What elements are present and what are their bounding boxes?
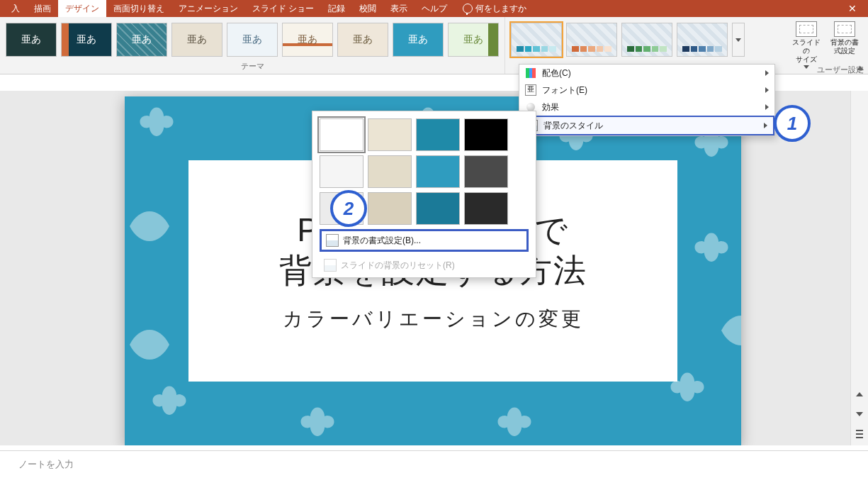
bg-swatch-1[interactable]: [368, 118, 412, 151]
tab-transitions[interactable]: 画面切り替え: [106, 0, 171, 17]
chevron-up-icon: [857, 66, 864, 70]
close-icon: ✕: [848, 3, 857, 14]
theme-thumb-2[interactable]: 亜あ: [116, 23, 167, 57]
menu-item-effects-label: 効果: [542, 101, 559, 113]
leaf-icon: [125, 320, 174, 348]
popout-reset-background-label: スライドの背景のリセット(R): [341, 260, 455, 272]
bg-swatch-2[interactable]: [416, 118, 460, 151]
variant-thumb-3[interactable]: [677, 23, 728, 57]
callout-1: 1: [774, 105, 811, 142]
petal-icon: [137, 104, 176, 143]
tab-review[interactable]: 校閲: [352, 0, 383, 17]
format-bg-icon: [326, 234, 339, 247]
menu-item-fonts[interactable]: 亜 フォント(E): [519, 82, 774, 99]
triangle-up-icon: [856, 392, 863, 396]
menu-item-fonts-label: フォント(E): [542, 84, 587, 96]
theme-thumb-4[interactable]: 亜あ: [227, 23, 278, 57]
tab-view[interactable]: 表示: [383, 0, 415, 17]
notes-placeholder: ノートを入力: [18, 458, 74, 471]
bulb-icon: [463, 4, 473, 13]
leaf-icon: [716, 306, 741, 334]
slide-size-label: スライドの サイズ: [790, 38, 823, 64]
theme-thumb-6[interactable]: 亜あ: [337, 23, 388, 57]
fonts-icon: 亜: [525, 84, 536, 96]
tab-insert-partial[interactable]: 入: [4, 0, 27, 17]
petal-icon: [692, 229, 731, 269]
tab-design[interactable]: デザイン: [58, 0, 106, 17]
tab-help[interactable]: ヘルプ: [415, 0, 454, 17]
ribbon-tabs: 入 描画 デザイン 画面切り替え アニメーション スライド ショー 記録 校閲 …: [0, 0, 868, 17]
group-themes: 亜あ亜あ亜あ亜あ亜あ亜あ亜あ亜あ亜あ テーマ: [0, 17, 505, 74]
bg-swatch-11[interactable]: [464, 192, 508, 225]
variant-thumb-0[interactable]: [511, 23, 562, 57]
menu-item-colors-label: 配色(C): [542, 67, 571, 79]
next-slide-button[interactable]: [852, 407, 867, 421]
theme-gallery[interactable]: 亜あ亜あ亜あ亜あ亜あ亜あ亜あ亜あ亜あ: [0, 17, 505, 57]
group-themes-label: テーマ: [0, 57, 505, 72]
colors-icon: [525, 67, 536, 79]
submenu-arrow-icon: [765, 87, 769, 93]
petal-icon: [495, 404, 534, 443]
tell-me-label: 何をしますか: [475, 3, 526, 15]
theme-thumb-0[interactable]: 亜あ: [6, 23, 57, 57]
tab-draw[interactable]: 描画: [27, 0, 58, 17]
popout-format-background-label: 背景の書式設定(B)...: [343, 235, 421, 247]
bg-swatch-4[interactable]: [320, 155, 363, 188]
submenu-arrow-icon: [765, 70, 769, 76]
bg-swatch-3[interactable]: [464, 118, 508, 151]
ribbon-collapse-button[interactable]: [852, 62, 868, 74]
leaf-icon: [125, 201, 174, 230]
tab-slideshow[interactable]: スライド ショー: [245, 0, 321, 17]
notes-pane[interactable]: ノートを入力: [0, 450, 868, 478]
variant-thumb-2[interactable]: [621, 23, 672, 57]
bg-swatch-6[interactable]: [416, 155, 460, 188]
variant-thumb-1[interactable]: [566, 23, 617, 57]
callout-2: 2: [330, 190, 367, 227]
prev-slide-button[interactable]: [852, 387, 867, 401]
menu-item-colors[interactable]: 配色(C): [519, 65, 774, 82]
submenu-arrow-icon: [764, 123, 767, 128]
theme-thumb-5[interactable]: 亜あ: [282, 23, 333, 57]
chevron-down-icon: [804, 65, 809, 69]
bg-swatch-0[interactable]: [320, 118, 363, 151]
slide-subtitle-text[interactable]: カラーバリエーションの変更: [283, 306, 584, 333]
chevron-down-icon: [735, 38, 741, 42]
bg-swatch-7[interactable]: [464, 155, 508, 188]
theme-thumb-3[interactable]: 亜あ: [171, 23, 222, 57]
variant-more-button[interactable]: [732, 23, 745, 57]
window-close-button[interactable]: ✕: [837, 0, 868, 17]
theme-thumb-1[interactable]: 亜あ: [61, 23, 112, 57]
slide-size-icon: [796, 21, 817, 37]
submenu-arrow-icon: [765, 104, 769, 110]
menu-item-background-styles[interactable]: 背景のスタイル: [519, 116, 774, 135]
petal-icon: [298, 404, 337, 443]
tell-me-search[interactable]: 何をしますか: [463, 3, 526, 15]
format-background-icon: [834, 21, 855, 37]
variant-dropdown-menu: 配色(C) 亜 フォント(E) 効果 背景のスタイル: [519, 64, 775, 136]
menu-item-effects[interactable]: 効果: [519, 99, 774, 116]
reset-bg-icon: [324, 259, 337, 272]
menu-item-background-styles-label: 背景のスタイル: [543, 120, 603, 132]
bg-swatch-9[interactable]: [368, 192, 412, 225]
slide-browse-button[interactable]: [852, 427, 867, 441]
triangle-down-icon: [856, 412, 863, 416]
tab-record[interactable]: 記録: [321, 0, 352, 17]
theme-thumb-7[interactable]: 亜あ: [393, 23, 444, 57]
format-background-label: 背景の書 式設定: [830, 38, 859, 55]
bg-swatch-5[interactable]: [368, 155, 412, 188]
theme-thumb-8[interactable]: 亜あ: [448, 23, 499, 57]
popout-format-background[interactable]: 背景の書式設定(B)...: [320, 229, 529, 252]
popout-reset-background: スライドの背景のリセット(R): [320, 256, 529, 274]
bg-swatch-10[interactable]: [416, 192, 460, 225]
variant-gallery[interactable]: [505, 17, 750, 57]
tab-animations[interactable]: アニメーション: [171, 0, 245, 17]
petal-icon: [150, 382, 189, 422]
vertical-scroll-strip: [850, 91, 868, 445]
bars-icon: [856, 430, 863, 438]
